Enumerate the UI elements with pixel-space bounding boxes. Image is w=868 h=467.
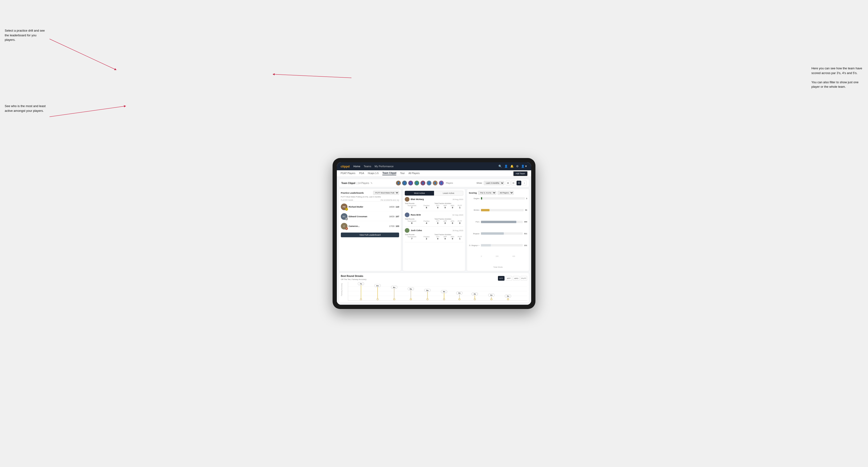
player-row-1: RB 1 Richard Butler 19/20 110: [341, 203, 399, 211]
leaderboard-title: Practice Leaderboards: [341, 192, 364, 194]
scoring-chart: Eagles 3 Birdies 96: [469, 196, 527, 269]
streak-svg: 7x 6x 6x: [348, 282, 527, 301]
par-filter-select[interactable]: Par 3, 4 & 5s: [478, 191, 496, 195]
drill-select[interactable]: PUTT Must Make Putting: [373, 191, 399, 195]
subnav-pga[interactable]: PGA: [359, 172, 364, 175]
bar-track-dbogeys: [481, 244, 523, 247]
settings-icon[interactable]: ⚙: [516, 165, 519, 168]
svg-text:5x: 5x: [410, 288, 412, 290]
avatar-2[interactable]: 👤: [402, 181, 407, 186]
leaderboard-card: Practice Leaderboards PUTT Must Make Put…: [339, 189, 401, 271]
bar-label-pars: Pars: [469, 221, 479, 223]
activity-tabs: Most Active Least Active: [405, 191, 463, 195]
list-view-btn[interactable]: ☰: [517, 181, 521, 185]
bar-fill-birdies: [481, 209, 489, 211]
rank-badge-1: 1: [345, 208, 348, 211]
nav-icons: 🔍 👤 🔔 ⚙ 👤▼: [498, 165, 527, 168]
player-3-score: 17/20: [389, 225, 395, 227]
pa-header-2: Rees Britt 02 Sep 2023: [405, 213, 463, 217]
tab-most-active[interactable]: Most Active: [405, 191, 434, 195]
avatar-5[interactable]: 👤: [420, 181, 426, 186]
pa-practice-1: Total Practice Activities OTT0 APP0 ARG0…: [434, 203, 463, 209]
search-icon[interactable]: 🔍: [498, 165, 502, 168]
annotation-bottom-left: See who is the most and least active amo…: [5, 104, 47, 113]
svg-text:4x: 4x: [474, 293, 476, 295]
pa-practice-2: Total Practice Activities OTT0 APP0 ARG0…: [434, 218, 463, 224]
player-2-avg: 107: [396, 215, 399, 218]
svg-point-32: [474, 299, 475, 300]
axis-0: 0: [481, 255, 482, 257]
nav-teams[interactable]: Teams: [364, 165, 371, 168]
players-label: Players: [446, 182, 453, 184]
avatar-6[interactable]: 👤: [427, 181, 432, 186]
putt-filter-btn[interactable]: PUTT: [521, 276, 527, 281]
rank-badge-2: 2: [345, 217, 348, 220]
player-3-name: Cameron...: [349, 225, 388, 227]
lb-table-header: PLAYER NAME PB SCORE PB AVG SQ: [341, 199, 399, 201]
bell-icon[interactable]: 🔔: [510, 165, 514, 168]
svg-point-16: [410, 299, 412, 300]
player-1-avg: 110: [396, 206, 399, 208]
edit-team-icon[interactable]: ✎: [371, 182, 372, 184]
annotation-top-left: Select a practice drill and see the lead…: [5, 28, 47, 42]
activity-item-3: Josh Coles 26 Aug 2023 Total Rounds Tour…: [405, 228, 463, 242]
subnav-tour[interactable]: Tour: [400, 172, 404, 175]
bar-value-eagles: 3: [526, 197, 527, 199]
user-icon[interactable]: 👤: [504, 165, 508, 168]
svg-text:7x: 7x: [360, 283, 362, 285]
view-leaderboard-btn[interactable]: View Full Leaderboard: [341, 232, 399, 237]
tab-least-active[interactable]: Least Active: [434, 191, 463, 195]
player-2-avatar: EC 2: [341, 213, 347, 220]
avatar-3[interactable]: 👤: [408, 181, 413, 186]
bar-eagles: Eagles 3: [469, 197, 527, 199]
pa-avatar-1: [405, 197, 409, 201]
rank-badge-3: 3: [345, 227, 348, 230]
bar-value-dbogeys: 131: [524, 244, 527, 247]
player-filter-select[interactable]: All Players: [498, 191, 514, 195]
period-select[interactable]: Last 3 months Last 6 months Last year: [484, 181, 504, 185]
avatar-8[interactable]: 👤: [439, 181, 444, 186]
app-filter-btn[interactable]: APP: [505, 276, 512, 281]
scoring-header: Scoring Par 3, 4 & 5s All Players: [469, 191, 527, 195]
bar-fill-eagles: [481, 197, 483, 199]
pa-date-1: 26 Aug 2023: [453, 198, 463, 200]
chart-axis: 0 200 400: [469, 255, 527, 257]
pa-avatar-3: [405, 228, 409, 233]
grid3-view-btn[interactable]: ⊟: [511, 181, 516, 185]
nav-my-performance[interactable]: My Performance: [375, 165, 394, 168]
tablet-shell: clippd Home Teams My Performance 🔍 👤 🔔 ⚙…: [333, 158, 535, 309]
arg-filter-btn[interactable]: ARG: [513, 276, 520, 281]
chart-x-label: Total Shots: [469, 266, 527, 268]
svg-text:6x: 6x: [376, 284, 379, 287]
axis-400: 400: [512, 255, 515, 257]
grid2-view-btn[interactable]: ⊞: [506, 181, 510, 185]
avatar-4[interactable]: 👤: [414, 181, 420, 186]
pa-date-3: 26 Aug 2023: [453, 229, 463, 231]
activity-card: Most Active Least Active Blair McHarg 26…: [403, 189, 465, 271]
pa-name-3: Josh Coles: [411, 229, 422, 231]
add-team-button[interactable]: Add Team: [513, 171, 527, 176]
bar-dbogeys: D. Bogeys + 131: [469, 244, 527, 247]
main-content: Team Clippd | 14 Players ✎ 👤 👤 👤 👤 👤 👤 👤…: [337, 177, 531, 305]
subnav-team-clippd[interactable]: Team Clippd: [382, 172, 396, 175]
ott-filter-btn[interactable]: OTT: [498, 276, 504, 281]
col-pb-avg: PB AVG SQ: [390, 199, 399, 201]
subnav-pgat[interactable]: PGAT Players: [341, 172, 355, 175]
pa-header-3: Josh Coles 26 Aug 2023: [405, 228, 463, 233]
streaks-subtitle: Off The Tee, Fairway Accuracy: [341, 278, 367, 280]
bar-fill-pars: [481, 221, 516, 223]
subnav-hcaps[interactable]: Hcaps 1-5: [368, 172, 379, 175]
avatar-7[interactable]: 👤: [433, 181, 438, 186]
subnav-all-players[interactable]: All Players: [408, 172, 420, 175]
svg-text:4x: 4x: [458, 292, 461, 294]
avatar-icon[interactable]: 👤▼: [521, 165, 527, 168]
sort-btn[interactable]: ↕: [522, 181, 527, 185]
avatar-1[interactable]: 👤: [396, 181, 401, 186]
col-pb-score: PB SCORE: [381, 199, 390, 201]
scoring-title: Scoring: [469, 192, 477, 194]
pa-rounds-1: Total Rounds Tournament7 Practice6: [405, 203, 434, 209]
svg-text:4x: 4x: [443, 290, 445, 293]
nav-home[interactable]: Home: [353, 165, 360, 168]
svg-point-24: [443, 299, 445, 300]
svg-text:5x: 5x: [426, 289, 429, 291]
